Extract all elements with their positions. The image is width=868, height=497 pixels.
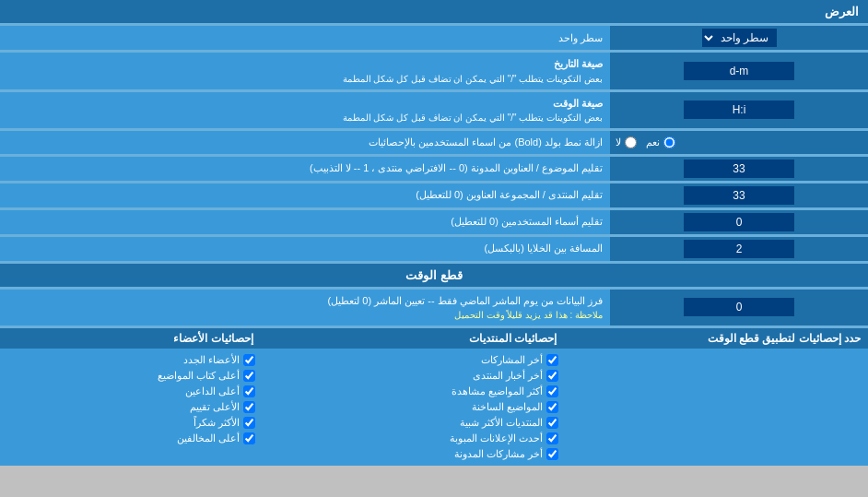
cutoff-input-cell (610, 290, 868, 326)
cell-spacing-input[interactable] (684, 240, 794, 258)
date-format-input[interactable] (684, 62, 794, 80)
trim-subject-label: تقليم الموضوع / العناوين المدونة (0 -- ا… (0, 157, 610, 181)
single-line-select[interactable]: سطر واحد (702, 29, 777, 47)
trim-forum-input[interactable] (684, 186, 794, 205)
date-format-label: صيغة التاريخ بعض التكوينات يتطلب "/" الت… (0, 53, 610, 89)
col2-checkboxes: أخر المشاركات أخر أخبار المنتدى أكثر الم… (261, 349, 565, 466)
bold-radio-cell: نعم لا (610, 131, 868, 154)
stats-header: حدد إحصائيات لتطبيق قطع الوقت (564, 328, 868, 349)
checkbox-top-rated[interactable]: الأعلى تقييم (6, 399, 255, 415)
single-line-label: سطر واحد (0, 26, 610, 50)
bold-no-label: لا (616, 136, 621, 148)
trim-users-input-cell (610, 210, 868, 234)
checkbox-popular-forums[interactable]: المنتديات الأكثر شبية (266, 415, 559, 431)
bold-yes-option[interactable]: نعم (646, 136, 675, 148)
trim-subject-input-cell (610, 157, 868, 181)
checkbox-last-blog-posts[interactable]: أخر مشاركات المدونة (266, 446, 559, 462)
col1-checkboxes: الأعضاء الجدد أعلى كتاب المواضيع أعلى ال… (0, 349, 261, 466)
cutoff-section-header: قطع الوقت (0, 264, 868, 287)
trim-users-input[interactable] (684, 213, 794, 231)
checkbox-last-forum-news[interactable]: أخر أخبار المنتدى (266, 368, 559, 384)
checkbox-last-posts[interactable]: أخر المشاركات (266, 352, 559, 368)
col1-header: إحصائيات الأعضاء (0, 328, 261, 349)
checkbox-top-violators[interactable]: أعلى المخالفين (6, 431, 255, 446)
date-format-input-cell (610, 53, 868, 89)
checkbox-hot-topics[interactable]: المواضيع الساخنة (266, 399, 559, 415)
checkbox-latest-classifieds[interactable]: أحدث الإعلانات المبوبة (266, 431, 559, 446)
page-title: العرض (825, 5, 859, 18)
trim-forum-label: تقليم المنتدى / المجموعة العناوين (0 للت… (0, 183, 610, 207)
single-line-input-cell: سطر واحد (610, 26, 868, 50)
checkbox-new-members[interactable]: الأعضاء الجدد (6, 352, 255, 368)
checkbox-top-inviters[interactable]: أعلى الداعين (6, 384, 255, 399)
cell-spacing-input-cell (610, 237, 868, 261)
bold-yes-label: نعم (646, 136, 660, 148)
trim-subject-input[interactable] (684, 160, 794, 178)
col2-header: إحصائيات المنتديات (261, 328, 565, 349)
checkbox-most-viewed[interactable]: أكثر المواضيع مشاهدة (266, 384, 559, 399)
time-format-input[interactable] (684, 101, 794, 119)
cutoff-input[interactable] (684, 298, 794, 316)
trim-forum-input-cell (610, 183, 868, 207)
bold-label: ازالة نمط بولد (Bold) من اسماء المستخدمي… (0, 131, 610, 154)
time-format-label: صيغة الوقت بعض التكوينات يتطلب "/" التي … (0, 92, 610, 129)
cell-spacing-label: المسافة بين الخلايا (بالبكسل) (0, 237, 610, 261)
bold-no-radio[interactable] (625, 136, 637, 148)
bold-no-option[interactable]: لا (616, 136, 637, 148)
trim-users-label: تقليم أسماء المستخدمين (0 للتعطيل) (0, 210, 610, 234)
checkbox-most-thankful[interactable]: الأكثر شكراً (6, 415, 255, 431)
cutoff-label: فرز البيانات من يوم الماشر الماضي فقط --… (0, 290, 610, 326)
checkbox-top-topic-writers[interactable]: أعلى كتاب المواضيع (6, 368, 255, 384)
time-format-input-cell (610, 92, 868, 129)
bold-yes-radio[interactable] (663, 136, 675, 148)
